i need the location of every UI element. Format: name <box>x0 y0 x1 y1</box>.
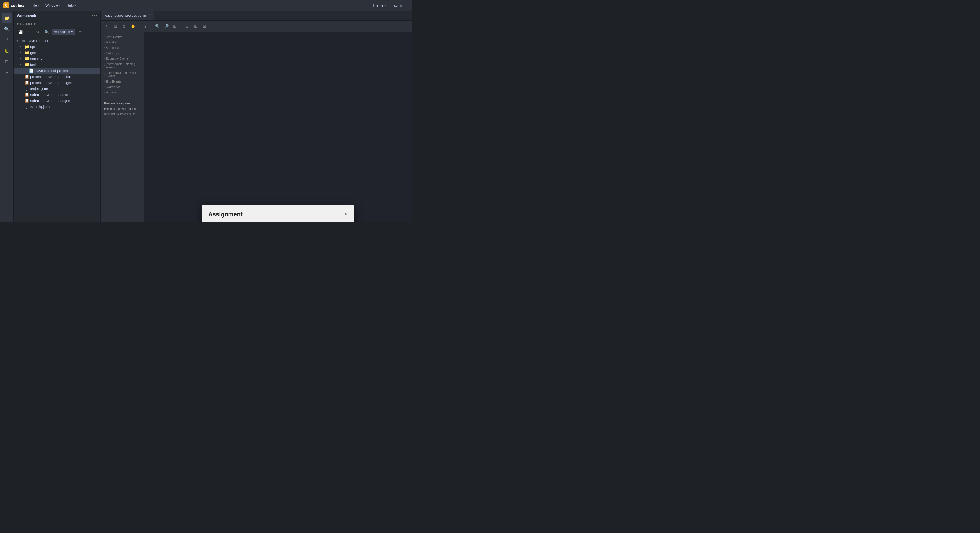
bpmn-swimlanes[interactable]: › Swimlanes <box>101 84 144 89</box>
bpmn-intermediate-catching[interactable]: › Intermediate Catching Events <box>101 61 144 70</box>
bpmn-canvas: › Start Events › Activities › Structural… <box>101 32 412 222</box>
app-name: codbex <box>11 3 24 8</box>
tree-item-leave-request[interactable]: ▾ ⊞ leave-request <box>14 38 100 44</box>
tree-item-gen[interactable]: › 📁 gen <box>14 49 100 56</box>
activity-search[interactable]: 🔍 <box>2 24 12 34</box>
tree-item-security[interactable]: › 📁 security <box>14 56 100 62</box>
sidebar: Workbench ••• ▾ PROJECTS 💾 ⊕ ↺ 🔍 workspa… <box>14 11 101 222</box>
folder-icon: 📁 <box>24 56 29 61</box>
process-nav-name: Process: Leave Request <box>101 106 144 112</box>
refresh-button[interactable]: ↺ <box>34 28 41 35</box>
tab-close-button[interactable]: ✕ <box>148 14 150 18</box>
chevron-right-icon: › <box>104 57 105 60</box>
menu-admin[interactable]: admin ▾ <box>391 2 408 8</box>
activity-explorer[interactable]: 📁 <box>2 13 12 23</box>
more-button[interactable]: ••• <box>77 28 84 35</box>
search-button[interactable]: 🔍 <box>43 28 50 35</box>
bpmn-gateways[interactable]: › Gateways <box>101 50 144 56</box>
save-button[interactable]: 💾 <box>17 28 24 35</box>
tabs-bar: leave-request-process.bpmn ✕ <box>101 11 412 21</box>
sidebar-more-button[interactable]: ••• <box>92 13 97 18</box>
activity-bar: 📁 🔍 ⑂ 🐛 ⊞ » ⚙ <box>0 11 14 222</box>
process-nav-note: No structural issues found. <box>101 112 144 116</box>
folder-icon: 📁 <box>24 45 29 49</box>
bpmn-zoom-in[interactable]: 🔍 <box>154 22 161 30</box>
bpmn-align-right[interactable]: ⊠ <box>200 22 208 30</box>
bpmn-boundary-events[interactable]: › Boundary Events <box>101 56 144 61</box>
chevron-right-icon: › <box>20 45 24 48</box>
separator <box>139 24 139 29</box>
tab-label: leave-request-process.bpmn <box>105 14 146 18</box>
tree-item-tasks[interactable]: › 📁 tasks <box>14 62 100 68</box>
logo-icon: C <box>3 2 9 8</box>
bpmn-toolbar: ↖ ⊡ ⊕ ✋ 🗑 🔍 🔎 ⊞ ⊟ ⊞ ⊠ <box>101 21 412 32</box>
bpmn-delete-tool[interactable]: 🗑 <box>141 22 149 30</box>
project-icon: ⊞ <box>21 38 25 43</box>
bpmn-activities[interactable]: › Activities <box>101 40 144 45</box>
chevron-right-icon: › <box>104 80 105 83</box>
main-layout: 📁 🔍 ⑂ 🐛 ⊞ » ⚙ Workbench ••• ▾ PROJECTS 💾… <box>0 11 412 222</box>
bpmn-intermediate-throwing[interactable]: › Intermediate Throwing Events <box>101 70 144 79</box>
tree-item-form1[interactable]: 📋 process-leave-request.form <box>14 73 100 80</box>
chevron-down-icon: ▾ <box>17 22 19 26</box>
process-nav-label: Process Navigator <box>101 101 144 106</box>
bpmn-artifacts[interactable]: › Artifacts <box>101 89 144 95</box>
new-file-button[interactable]: ⊕ <box>25 28 33 35</box>
app-logo: C codbex <box>3 2 24 8</box>
sidebar-title: Workbench <box>17 14 36 18</box>
process-navigator: Process Navigator Process: Leave Request… <box>101 95 144 116</box>
menu-file[interactable]: File ▾ <box>29 2 42 8</box>
bpmn-structural[interactable]: › Structural <box>101 45 144 50</box>
bpmn-start-events[interactable]: › Start Events <box>101 34 144 40</box>
activity-debug[interactable]: 🐛 <box>2 46 12 56</box>
chevron-down-icon: ▾ <box>71 30 73 34</box>
separator <box>181 24 181 29</box>
chevron-right-icon: › <box>104 64 105 67</box>
chevron-right-icon: › <box>104 86 105 88</box>
modal-header: Assignment × <box>202 206 354 223</box>
tree-item-gen1[interactable]: 📋 process-leave-request.gen <box>14 80 100 86</box>
menu-window[interactable]: Window ▾ <box>43 2 63 8</box>
sidebar-toolbar: 💾 ⊕ ↺ 🔍 workspace ▾ ••• <box>14 27 100 38</box>
menu-theme[interactable]: Theme ▾ <box>370 2 388 8</box>
bpmn-file-icon: 📄 <box>29 69 33 73</box>
modal-title: Assignment <box>208 211 243 218</box>
tree-item-gen2[interactable]: 📋 submit-leave-request.gen <box>14 97 100 104</box>
separator <box>151 24 151 29</box>
tree-item-bpmn-file[interactable]: 📄 leave-request-process.bpmn <box>14 68 100 73</box>
bpmn-zoom-out[interactable]: 🔎 <box>162 22 170 30</box>
bpmn-left-panel: › Start Events › Activities › Structural… <box>101 32 144 222</box>
activity-git[interactable]: ⑂ <box>2 35 12 45</box>
topbar: C codbex File ▾ Window ▾ Help ▾ Theme ▾ … <box>0 0 412 11</box>
chevron-right-icon: › <box>104 91 105 94</box>
modal-close-button[interactable]: × <box>345 211 348 217</box>
bpmn-cursor-tool[interactable]: ↖ <box>103 22 111 30</box>
bpmn-lasso-tool[interactable]: ⊡ <box>111 22 119 30</box>
bpmn-hand-tool[interactable]: ✋ <box>129 22 137 30</box>
chevron-right-icon: › <box>104 46 105 49</box>
json-file-icon: {} <box>24 104 29 109</box>
tree-item-tsconfig[interactable]: {} tsconfig.json <box>14 104 100 110</box>
gen-file-icon: 📋 <box>24 80 29 85</box>
bpmn-align-left[interactable]: ⊟ <box>183 22 191 30</box>
chevron-down-icon: ▾ <box>385 4 386 7</box>
bpmn-create-tool[interactable]: ⊕ <box>120 22 128 30</box>
tree-item-project-json[interactable]: {} project.json <box>14 86 100 91</box>
sidebar-section-projects: ▾ PROJECTS <box>14 21 100 27</box>
bpmn-zoom-fit[interactable]: ⊞ <box>171 22 178 30</box>
bpmn-end-events[interactable]: › End Events <box>101 79 144 84</box>
tree-item-form2[interactable]: 📋 submit-leave-request.form <box>14 91 100 97</box>
workspace-selector[interactable]: workspace ▾ <box>52 29 75 35</box>
bpmn-align-center[interactable]: ⊞ <box>192 22 200 30</box>
menu-help[interactable]: Help ▾ <box>64 2 79 8</box>
bpmn-main-canvas[interactable]: Assignment × Assignee <box>144 32 412 222</box>
tab-leave-request-process[interactable]: leave-request-process.bpmn ✕ <box>101 11 154 21</box>
folder-icon: 📁 <box>24 50 29 55</box>
form-file-icon: 📋 <box>24 74 29 79</box>
activity-more[interactable]: » <box>2 68 12 77</box>
activity-extensions[interactable]: ⊞ <box>2 57 12 67</box>
chevron-right-icon: › <box>104 73 105 76</box>
modal-overlay: Assignment × Assignee <box>144 32 412 222</box>
main-editor: leave-request-process.bpmn ✕ ↖ ⊡ ⊕ ✋ 🗑 🔍… <box>101 11 412 222</box>
tree-item-api[interactable]: › 📁 api <box>14 44 100 49</box>
